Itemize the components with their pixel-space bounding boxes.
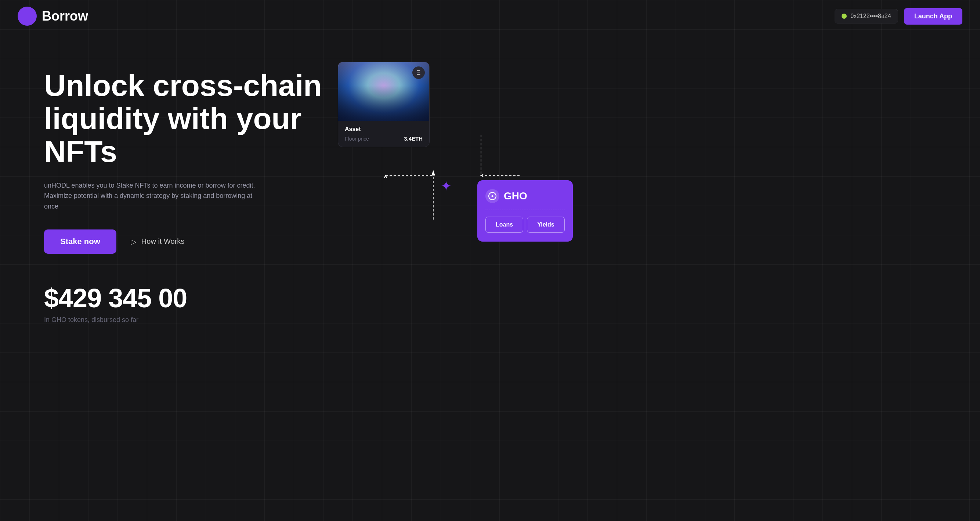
hero-subtitle: unHODL enables you to Stake NFTs to earn… [44,180,257,212]
eth-badge: Ξ [412,67,425,79]
stats-amount: $429 345 00 [44,283,323,313]
nav-right: 0x2122••••8a24 Launch App [835,8,963,25]
gho-divider [485,210,565,210]
nft-info: Asset Floor price 3.4ETH [338,121,429,147]
nft-floor-row: Floor price 3.4ETH [345,135,423,142]
stats-section: $429 345 00 In GHO tokens, disbursed so … [44,283,323,324]
logo-icon [18,6,37,26]
stats-label: In GHO tokens, disbursed so far [44,316,323,324]
hero-diagram: Ξ Asset Floor price 3.4ETH [323,62,580,253]
gho-icon [485,189,500,203]
wallet-badge[interactable]: 0x2122••••8a24 [835,9,898,24]
gho-card: GHO Loans Yields [477,180,573,241]
wallet-address: 0x2122••••8a24 [850,13,891,19]
nav-logo: Borrow [18,6,88,26]
svg-marker-4 [431,170,435,175]
gho-buttons: Loans Yields [485,217,565,233]
hero-left: Unlock cross-chain liquidity with your N… [44,54,323,324]
nft-name: Asset [345,126,423,133]
main-content: Unlock cross-chain liquidity with your N… [0,32,980,324]
how-it-works-label: How it Works [142,237,185,246]
yields-button[interactable]: Yields [527,217,565,233]
eth-icon: Ξ [417,69,420,76]
logo-text: Borrow [42,8,88,24]
navbar: Borrow 0x2122••••8a24 Launch App [0,0,980,32]
gho-title: GHO [504,190,527,202]
cta-row: Stake now ▷ How it Works [44,229,323,254]
stake-now-button[interactable]: Stake now [44,229,116,254]
nft-floor-label: Floor price [345,136,369,142]
svg-point-6 [492,195,493,197]
loans-button[interactable]: Loans [485,217,523,233]
play-icon: ▷ [130,238,138,246]
launch-app-button[interactable]: Launch App [904,8,963,25]
nft-floor-value: 3.4ETH [404,135,423,142]
nft-image: Ξ [338,62,429,121]
wallet-status-dot [842,14,847,19]
sparkle-icon: ✦ [441,178,452,194]
hero-title: Unlock cross-chain liquidity with your N… [44,69,323,168]
gho-header: GHO [485,189,565,203]
how-it-works-button[interactable]: ▷ How it Works [130,237,185,246]
nft-asset-card: Ξ Asset Floor price 3.4ETH [338,62,430,147]
